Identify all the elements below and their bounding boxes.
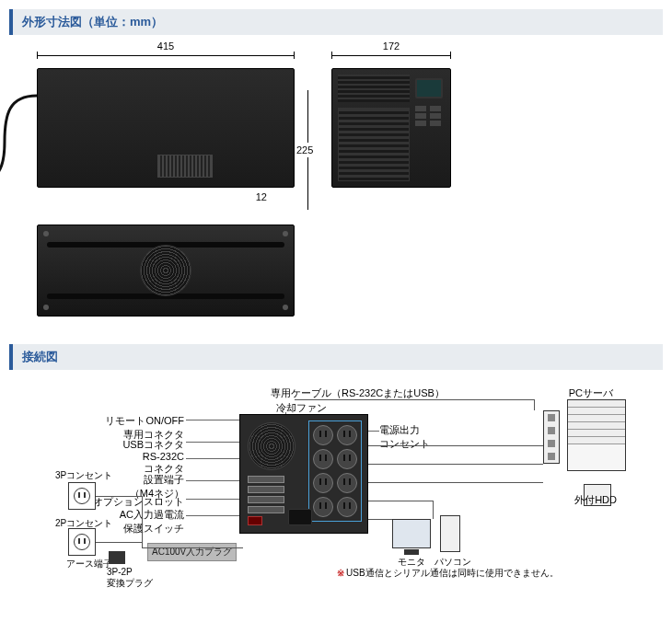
dimension-height: 225 — [296, 90, 319, 210]
side-view-column: 415 225 12 — [37, 46, 295, 317]
lcd-icon — [415, 78, 443, 98]
dimension-height-value: 225 — [296, 143, 313, 157]
label-ac-overcurrent: AC入力過電流 保護スイッチ — [120, 508, 184, 536]
rear-ports — [248, 476, 284, 513]
outlet-icon — [337, 449, 357, 469]
label-ext-hdd: 外付HDD — [574, 493, 617, 507]
port-icon — [248, 496, 284, 503]
ups-rear-panel — [239, 414, 368, 534]
label-cooling-fan: 冷却ファン — [276, 401, 327, 415]
overcurrent-switch-icon — [248, 516, 262, 525]
port-icon — [248, 486, 284, 493]
ups-top-view — [37, 225, 295, 317]
label-option-slot: オプションスロット — [93, 495, 184, 509]
port-icon — [248, 506, 284, 513]
label-power-outlet: 電源出力 コンセント — [379, 423, 430, 451]
label-usb: USBコネクタ — [122, 438, 184, 452]
outlet-icon — [337, 473, 357, 493]
front-view-column: 172 — [331, 46, 451, 188]
outlet-grid — [308, 420, 362, 522]
wall-outlet-2p-icon — [68, 528, 96, 556]
ups-side-view — [37, 68, 295, 188]
label-3p-outlet: 3Pコンセント — [55, 469, 112, 482]
dimension-width: 415 — [37, 46, 295, 64]
cable-label: 専用ケーブル（RS-232CまたはUSB） — [271, 386, 445, 400]
outlet-icon — [313, 497, 333, 517]
power-strip-icon — [543, 410, 560, 464]
vent-icon — [157, 155, 213, 178]
note-text: USB通信とシリアル通信は同時に使用できません。 — [346, 568, 559, 578]
outlet-icon — [337, 425, 357, 445]
outlet-icon — [313, 449, 333, 469]
section-outline-header: 外形寸法図（単位：mm） — [9, 9, 663, 35]
louver-icon — [338, 108, 410, 181]
desktop-pc-icon — [440, 515, 460, 552]
section-connection-header: 接続図 — [9, 344, 663, 370]
adapter-3p2p-icon — [109, 551, 125, 564]
front-buttons-icon — [415, 106, 443, 126]
dimension-foot: 12 — [37, 190, 295, 206]
label-rs232c: RS-232C コネクタ — [143, 451, 184, 476]
ac-inlet-icon — [288, 509, 312, 525]
label-adapter: 3P-2P 変換プラグ — [107, 567, 153, 590]
dimension-depth: 172 — [331, 46, 451, 64]
monitor-icon — [392, 519, 431, 548]
label-pc-server: PCサーバ — [569, 386, 613, 400]
label-earth: アース端子 — [66, 558, 112, 570]
rear-fan-icon — [248, 422, 295, 470]
dimension-foot-value: 12 — [256, 191, 267, 202]
fan-grille-icon — [140, 245, 191, 296]
pc-server-icon — [567, 399, 626, 471]
wall-outlet-3p-icon — [68, 482, 96, 510]
note-asterisk: ※ — [337, 568, 344, 578]
port-icon — [248, 476, 284, 483]
outlet-icon — [313, 473, 333, 493]
connection-diagram: 専用ケーブル（RS-232CまたはUSB） リモートON/OFF 専用コネクタ … — [9, 381, 663, 593]
power-cord-icon — [0, 77, 37, 225]
dimension-depth-value: 172 — [379, 40, 403, 52]
outline-diagram: 415 225 12 — [9, 46, 663, 317]
outlet-icon — [337, 497, 357, 517]
outlet-icon — [313, 425, 333, 445]
front-grille-icon — [338, 75, 410, 102]
usb-serial-note: ※USB通信とシリアル通信は同時に使用できません。 — [337, 567, 559, 580]
ups-front-view — [331, 68, 451, 188]
dimension-width-value: 415 — [154, 40, 178, 52]
ac-plug-label: AC100V入力プラグ — [147, 543, 237, 561]
